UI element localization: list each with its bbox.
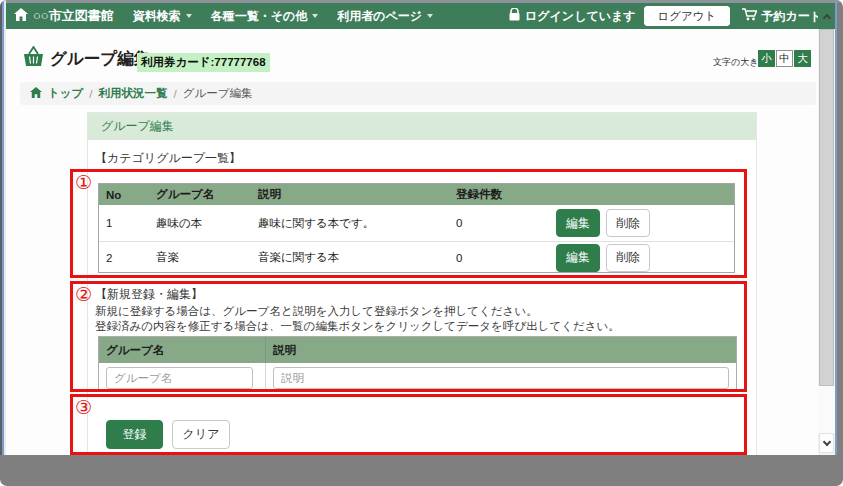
library-card-badge: 利用券カード:77777768: [137, 53, 270, 72]
site-brand-label: ○○市立図書館: [33, 7, 114, 25]
description-input[interactable]: [273, 367, 729, 389]
window-frame-right-accent: [835, 0, 837, 455]
top-navbar: ○○市立図書館 資料検索 各種一覧・その他 利用者のページ: [6, 3, 835, 29]
chevron-down-icon: [312, 14, 318, 18]
logout-button[interactable]: ログアウト: [644, 6, 731, 26]
col-header-count: 登録件数: [449, 187, 549, 202]
cell-actions: 編集 削除: [549, 244, 734, 272]
breadcrumb-top-link[interactable]: トップ: [48, 86, 83, 101]
entry-form-table: グループ名 説明: [98, 336, 737, 392]
delete-button[interactable]: 削除: [606, 244, 650, 272]
scroll-up-button[interactable]: [818, 3, 835, 29]
scrollbar-track[interactable]: [818, 386, 835, 433]
col-header-name: グループ名: [149, 187, 251, 202]
lock-icon: [509, 8, 520, 24]
cell-description: 趣味に関する本です。: [251, 216, 449, 231]
edit-button[interactable]: 編集: [556, 244, 600, 272]
font-size-small-button[interactable]: 小: [758, 50, 775, 67]
menu-user-page[interactable]: 利用者のページ: [337, 8, 433, 25]
menu-user-label: 利用者のページ: [337, 8, 422, 25]
annotation-number-3: ③: [75, 398, 92, 417]
name-input-cell: [99, 363, 266, 392]
home-icon: [30, 87, 42, 100]
site-home-link[interactable]: ○○市立図書館: [14, 7, 114, 25]
cell-count: 0: [449, 252, 549, 264]
window-frame-left-inner: [4, 0, 6, 455]
navbar-right-group: ログインしています ログアウト 予約カート(0件) ?: [509, 3, 835, 29]
form-input-row: [99, 363, 736, 392]
breadcrumb-separator: /: [89, 88, 92, 100]
login-status-label: ログインしています: [525, 8, 636, 25]
cell-group-name: 音楽: [149, 250, 251, 265]
new-entry-section-title: 【新規登録・編集】: [95, 286, 203, 303]
form-header-row: グループ名 説明: [99, 337, 736, 363]
form-col-name: グループ名: [99, 337, 266, 363]
font-size-large-button[interactable]: 大: [794, 50, 811, 67]
breadcrumb-separator: /: [174, 88, 177, 100]
delete-button[interactable]: 削除: [606, 209, 650, 237]
chevron-down-icon: [427, 14, 433, 18]
browser-window: ○○市立図書館 資料検索 各種一覧・その他 利用者のページ: [0, 0, 843, 486]
chevron-up-icon: [822, 13, 830, 21]
annotation-number-1: ①: [75, 173, 92, 192]
menu-catalog-label: 資料検索: [133, 8, 181, 25]
menu-catalog-search[interactable]: 資料検索: [133, 8, 192, 25]
breadcrumb-current: グループ編集: [183, 86, 253, 101]
table-row: 1 趣味の本 趣味に関する本です。 0 編集 削除: [99, 205, 734, 241]
instruction-line-1: 新規に登録する場合は、グループ名と説明を入力して登録ボタンを押してください。: [95, 304, 538, 319]
form-col-desc: 説明: [266, 337, 736, 363]
cell-description: 音楽に関する本: [251, 250, 449, 265]
breadcrumb-usage-list-link[interactable]: 利用状況一覧: [99, 86, 168, 101]
group-name-input[interactable]: [106, 367, 253, 389]
clear-button[interactable]: クリア: [172, 420, 230, 449]
navbar-left-group: ○○市立図書館 資料検索 各種一覧・その他 利用者のページ: [14, 3, 433, 29]
window-frame-top: [0, 0, 843, 3]
page-viewport: ○○市立図書館 資料検索 各種一覧・その他 利用者のページ: [6, 3, 835, 455]
chevron-down-icon: [822, 437, 830, 445]
register-button[interactable]: 登録: [106, 420, 163, 449]
group-basket-icon: [22, 46, 45, 71]
menu-lists-label: 各種一覧・その他: [211, 8, 308, 25]
annotation-number-2: ②: [75, 285, 92, 304]
panel-header: グループ編集: [88, 113, 756, 140]
page-header: グループ編集 利用券カード:77777768 文字の大きさ 小 中 大: [6, 40, 816, 78]
col-header-desc: 説明: [251, 187, 449, 202]
category-group-table: No グループ名 説明 登録件数 1 趣味の本 趣味に関する本です。 0 編集 …: [98, 183, 735, 273]
home-icon: [14, 8, 28, 24]
table-header-row: No グループ名 説明 登録件数: [99, 184, 734, 205]
col-header-no: No: [99, 189, 149, 201]
cell-no: 1: [99, 217, 149, 229]
cell-group-name: 趣味の本: [149, 216, 251, 231]
desc-input-cell: [266, 363, 736, 392]
cell-count: 0: [449, 217, 549, 229]
instruction-line-2: 登録済みの内容を修正する場合は、一覧の編集ボタンをクリックしてデータを呼び出して…: [95, 319, 620, 334]
category-list-section-title: 【カテゴリグループ一覧】: [95, 150, 241, 167]
chevron-down-icon: [186, 14, 192, 18]
edit-button[interactable]: 編集: [556, 209, 600, 237]
menu-lists-other[interactable]: 各種一覧・その他: [211, 8, 319, 25]
cell-actions: 編集 削除: [549, 209, 734, 237]
font-size-medium-button[interactable]: 中: [776, 50, 793, 67]
cell-no: 2: [99, 252, 149, 264]
login-status: ログインしています: [509, 8, 636, 25]
cart-icon: [742, 8, 757, 24]
font-size-buttons: 小 中 大: [758, 50, 811, 67]
breadcrumb: トップ / 利用状況一覧 / グループ編集: [20, 82, 816, 105]
table-row: 2 音楽 音楽に関する本 0 編集 削除: [99, 241, 734, 273]
vertical-scrollbar[interactable]: [818, 3, 835, 455]
scrollbar-thumb[interactable]: [819, 29, 834, 386]
page-title: グループ編集: [50, 48, 150, 70]
scroll-down-button[interactable]: [819, 433, 834, 453]
